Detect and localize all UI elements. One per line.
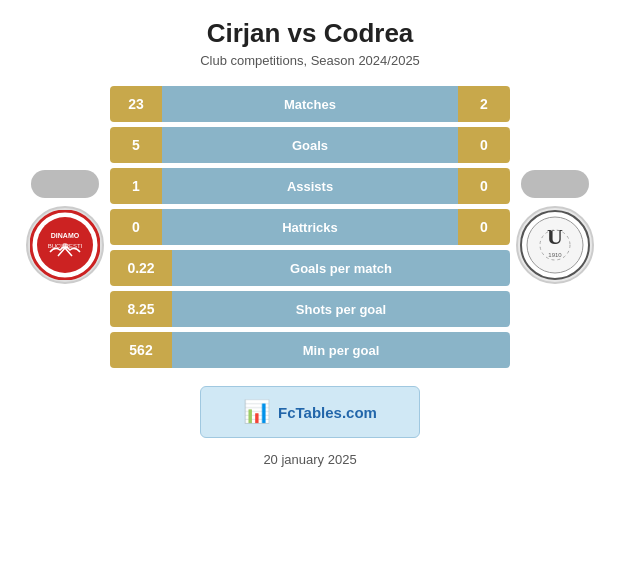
hattricks-right-val: 0 — [458, 209, 510, 245]
svg-point-4 — [62, 243, 68, 249]
right-club-logo: U 1910 — [516, 206, 594, 284]
hattricks-left-val: 0 — [110, 209, 162, 245]
stats-center: 23 Matches 2 5 Goals 0 1 Assists 0 0 Hat… — [110, 86, 510, 368]
assists-left-val: 1 — [110, 168, 162, 204]
right-logo-placeholder — [521, 170, 589, 198]
stat-row-min-per-goal: 562 Min per goal — [110, 332, 510, 368]
matches-left-val: 23 — [110, 86, 162, 122]
goals-label: Goals — [162, 127, 458, 163]
min-per-goal-label: Min per goal — [172, 332, 510, 368]
fctables-icon: 📊 — [243, 399, 270, 425]
goals-per-match-label: Goals per match — [172, 250, 510, 286]
svg-text:DINAMO: DINAMO — [51, 232, 80, 239]
svg-text:U: U — [547, 224, 563, 249]
stat-row-assists: 1 Assists 0 — [110, 168, 510, 204]
stat-row-shots-per-goal: 8.25 Shots per goal — [110, 291, 510, 327]
left-club-logo: DINAMO BUCUREȘTI — [26, 206, 104, 284]
goals-right-val: 0 — [458, 127, 510, 163]
left-logo-placeholder — [31, 170, 99, 198]
matches-right-val: 2 — [458, 86, 510, 122]
hattricks-label: Hattricks — [162, 209, 458, 245]
dynamo-logo-svg: DINAMO BUCUREȘTI — [30, 210, 100, 280]
assists-right-val: 0 — [458, 168, 510, 204]
goals-per-match-val: 0.22 — [110, 250, 172, 286]
stat-row-hattricks: 0 Hattricks 0 — [110, 209, 510, 245]
left-team-logo-container: DINAMO BUCUREȘTI — [20, 170, 110, 284]
svg-text:1910: 1910 — [548, 252, 562, 258]
subtitle: Club competitions, Season 2024/2025 — [200, 53, 420, 68]
right-team-logo-container: U 1910 — [510, 170, 600, 284]
min-per-goal-val: 562 — [110, 332, 172, 368]
stat-row-goals: 5 Goals 0 — [110, 127, 510, 163]
main-content: DINAMO BUCUREȘTI 23 Matches 2 5 Goals 0 … — [20, 86, 600, 368]
shots-per-goal-val: 8.25 — [110, 291, 172, 327]
fctables-banner[interactable]: 📊 FcTables.com — [200, 386, 420, 438]
footer-date: 20 january 2025 — [263, 452, 356, 467]
goals-left-val: 5 — [110, 127, 162, 163]
shots-per-goal-label: Shots per goal — [172, 291, 510, 327]
stat-row-matches: 23 Matches 2 — [110, 86, 510, 122]
ucluj-logo-svg: U 1910 — [520, 210, 590, 280]
stat-row-goals-per-match: 0.22 Goals per match — [110, 250, 510, 286]
fctables-text: FcTables.com — [278, 404, 377, 421]
assists-label: Assists — [162, 168, 458, 204]
matches-label: Matches — [162, 86, 458, 122]
page-title: Cirjan vs Codrea — [207, 18, 414, 49]
